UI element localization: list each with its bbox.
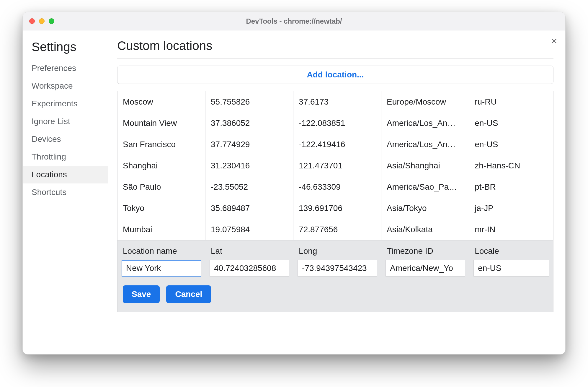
table-row[interactable]: Shanghai31.230416121.473701Asia/Shanghai… — [117, 155, 553, 176]
settings-main: Custom locations Add location... Moscow5… — [108, 30, 565, 354]
cell-lat: 55.755826 — [205, 91, 293, 113]
devtools-window: DevTools - chrome://newtab/ × Settings P… — [22, 12, 566, 355]
table-row[interactable]: San Francisco37.774929-122.419416America… — [117, 134, 553, 155]
cell-tz: Asia/Tokyo — [381, 198, 469, 219]
location-editor: Location name Lat Long Timezone ID Local… — [117, 240, 553, 312]
cell-lat: 31.230416 — [205, 155, 293, 176]
cell-name: Moscow — [117, 91, 205, 113]
sidebar-item-experiments[interactable]: Experiments — [23, 95, 108, 113]
cell-lat: 19.075984 — [205, 219, 293, 240]
zoom-window-button[interactable] — [49, 18, 54, 24]
window-title: DevTools - chrome://newtab/ — [23, 17, 565, 25]
cell-long: 139.691706 — [293, 198, 381, 219]
sidebar-item-devices[interactable]: Devices — [23, 130, 108, 148]
label-lat: Lat — [205, 240, 293, 258]
sidebar-item-throttling[interactable]: Throttling — [23, 148, 108, 166]
cell-name: Mumbai — [117, 219, 205, 240]
input-timezone[interactable] — [386, 260, 465, 277]
table-row[interactable]: São Paulo-23.55052-46.633309America/Sao_… — [117, 176, 553, 198]
label-long: Long — [293, 240, 381, 258]
table-row[interactable]: Tokyo35.689487139.691706Asia/Tokyoja-JP — [117, 198, 553, 219]
cell-name: Shanghai — [117, 155, 205, 176]
close-window-button[interactable] — [29, 18, 35, 24]
cell-locale: en-US — [469, 134, 553, 155]
input-location-name[interactable] — [122, 260, 201, 277]
settings-sidebar: Settings PreferencesWorkspaceExperiments… — [23, 30, 108, 354]
cell-lat: -23.55052 — [205, 176, 293, 198]
cell-name: São Paulo — [117, 176, 205, 198]
cell-locale: ja-JP — [469, 198, 553, 219]
cell-long: -46.633309 — [293, 176, 381, 198]
input-long[interactable] — [298, 260, 377, 277]
cell-tz: Asia/Shanghai — [381, 155, 469, 176]
table-row[interactable]: Moscow55.75582637.6173Europe/Moscowru-RU — [117, 91, 553, 113]
cell-locale: en-US — [469, 113, 553, 134]
table-row[interactable]: Mumbai19.07598472.877656Asia/Kolkatamr-I… — [117, 219, 553, 240]
cell-name: Mountain View — [117, 113, 205, 134]
cell-locale: ru-RU — [469, 91, 553, 113]
cell-tz: America/Sao_Pa… — [381, 176, 469, 198]
cell-locale: pt-BR — [469, 176, 553, 198]
page-title: Custom locations — [117, 39, 553, 58]
cell-long: 37.6173 — [293, 91, 381, 113]
sidebar-item-shortcuts[interactable]: Shortcuts — [23, 183, 108, 201]
minimize-window-button[interactable] — [39, 18, 45, 24]
cell-tz: America/Los_An… — [381, 113, 469, 134]
sidebar-item-workspace[interactable]: Workspace — [23, 77, 108, 95]
label-timezone: Timezone ID — [381, 240, 469, 258]
cell-tz: Europe/Moscow — [381, 91, 469, 113]
cell-locale: mr-IN — [469, 219, 553, 240]
cell-lat: 37.386052 — [205, 113, 293, 134]
input-locale[interactable] — [473, 260, 549, 277]
sidebar-item-ignore-list[interactable]: Ignore List — [23, 113, 108, 130]
cell-name: San Francisco — [117, 134, 205, 155]
traffic-lights — [29, 18, 54, 24]
sidebar-item-preferences[interactable]: Preferences — [23, 59, 108, 77]
table-row[interactable]: Mountain View37.386052-122.083851America… — [117, 113, 553, 134]
titlebar: DevTools - chrome://newtab/ — [23, 12, 565, 30]
cell-long: 121.473701 — [293, 155, 381, 176]
close-settings-button[interactable]: × — [551, 36, 557, 46]
sidebar-item-locations[interactable]: Locations — [23, 166, 108, 183]
cell-long: -122.419416 — [293, 134, 381, 155]
input-lat[interactable] — [210, 260, 289, 277]
cell-tz: America/Los_An… — [381, 134, 469, 155]
add-location-button[interactable]: Add location... — [117, 66, 553, 84]
cell-lat: 37.774929 — [205, 134, 293, 155]
label-locale: Locale — [469, 240, 553, 258]
cell-long: -122.083851 — [293, 113, 381, 134]
locations-table: Moscow55.75582637.6173Europe/Moscowru-RU… — [117, 91, 553, 312]
cell-lat: 35.689487 — [205, 198, 293, 219]
sidebar-title: Settings — [23, 38, 108, 59]
cancel-button[interactable]: Cancel — [166, 285, 211, 303]
cell-long: 72.877656 — [293, 219, 381, 240]
cell-tz: Asia/Kolkata — [381, 219, 469, 240]
save-button[interactable]: Save — [123, 285, 160, 303]
cell-locale: zh-Hans-CN — [469, 155, 553, 176]
cell-name: Tokyo — [117, 198, 205, 219]
label-location-name: Location name — [117, 240, 205, 258]
